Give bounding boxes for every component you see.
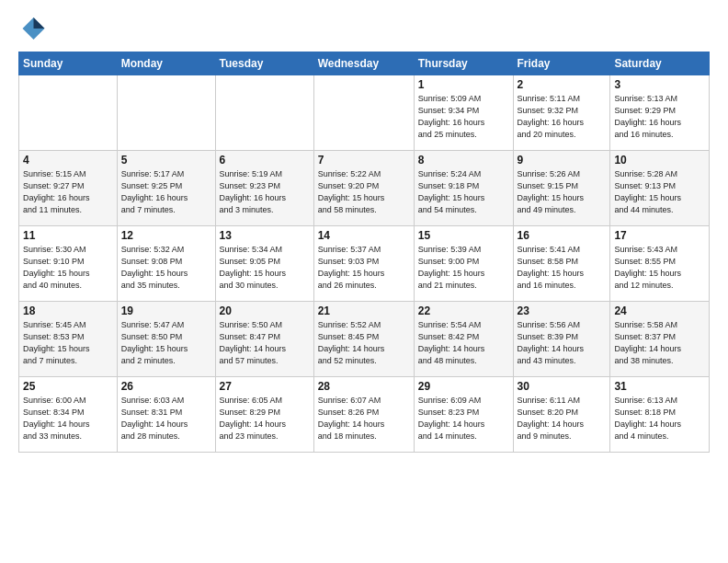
calendar-cell: 20Sunrise: 5:50 AM Sunset: 8:47 PM Dayli…: [215, 302, 313, 377]
day-number: 13: [220, 229, 310, 242]
calendar-cell: 7Sunrise: 5:22 AM Sunset: 9:20 PM Daylig…: [313, 151, 414, 226]
day-info: Sunrise: 5:50 AM Sunset: 8:47 PM Dayligh…: [220, 319, 310, 367]
day-number: 15: [418, 229, 509, 242]
calendar-cell: [19, 75, 118, 151]
day-number: 12: [121, 229, 211, 242]
calendar-cell: 17Sunrise: 5:43 AM Sunset: 8:55 PM Dayli…: [610, 226, 710, 302]
calendar-week-row: 18Sunrise: 5:45 AM Sunset: 8:53 PM Dayli…: [19, 302, 710, 377]
day-info: Sunrise: 5:52 AM Sunset: 8:45 PM Dayligh…: [318, 319, 410, 367]
day-number: 19: [121, 304, 211, 317]
calendar-header: SundayMondayTuesdayWednesdayThursdayFrid…: [19, 52, 710, 75]
day-number: 28: [318, 380, 410, 393]
calendar-cell: 8Sunrise: 5:24 AM Sunset: 9:18 PM Daylig…: [414, 151, 513, 226]
calendar-cell: 29Sunrise: 6:09 AM Sunset: 8:23 PM Dayli…: [414, 377, 513, 453]
day-number: 18: [23, 304, 113, 317]
day-number: 8: [418, 154, 509, 167]
day-number: 29: [418, 380, 509, 393]
day-info: Sunrise: 5:15 AM Sunset: 9:27 PM Dayligh…: [23, 168, 113, 216]
day-info: Sunrise: 5:34 AM Sunset: 9:05 PM Dayligh…: [220, 244, 310, 292]
calendar-cell: 2Sunrise: 5:11 AM Sunset: 9:32 PM Daylig…: [513, 75, 610, 151]
day-number: 11: [23, 229, 113, 242]
calendar-header-row: SundayMondayTuesdayWednesdayThursdayFrid…: [19, 52, 710, 75]
day-info: Sunrise: 5:26 AM Sunset: 9:15 PM Dayligh…: [518, 168, 607, 216]
logo-icon: [18, 15, 46, 42]
calendar-cell: 15Sunrise: 5:39 AM Sunset: 9:00 PM Dayli…: [414, 226, 513, 302]
calendar-cell: 11Sunrise: 5:30 AM Sunset: 9:10 PM Dayli…: [19, 226, 118, 302]
day-info: Sunrise: 5:22 AM Sunset: 9:20 PM Dayligh…: [318, 168, 410, 216]
day-number: 17: [614, 229, 705, 242]
calendar-cell: 30Sunrise: 6:11 AM Sunset: 8:20 PM Dayli…: [513, 377, 610, 453]
day-info: Sunrise: 5:32 AM Sunset: 9:08 PM Dayligh…: [121, 244, 211, 292]
day-number: 24: [614, 304, 705, 317]
calendar-cell: 22Sunrise: 5:54 AM Sunset: 8:42 PM Dayli…: [414, 302, 513, 377]
day-info: Sunrise: 6:00 AM Sunset: 8:34 PM Dayligh…: [23, 395, 113, 442]
calendar-body: 1Sunrise: 5:09 AM Sunset: 9:34 PM Daylig…: [19, 75, 710, 453]
day-info: Sunrise: 5:28 AM Sunset: 9:13 PM Dayligh…: [614, 168, 705, 216]
calendar-cell: 9Sunrise: 5:26 AM Sunset: 9:15 PM Daylig…: [513, 151, 610, 226]
day-info: Sunrise: 5:43 AM Sunset: 8:55 PM Dayligh…: [614, 244, 705, 292]
day-number: 2: [518, 78, 607, 91]
day-info: Sunrise: 5:45 AM Sunset: 8:53 PM Dayligh…: [23, 319, 113, 367]
calendar-cell: 21Sunrise: 5:52 AM Sunset: 8:45 PM Dayli…: [313, 302, 414, 377]
day-info: Sunrise: 6:07 AM Sunset: 8:26 PM Dayligh…: [318, 395, 410, 442]
calendar-table: SundayMondayTuesdayWednesdayThursdayFrid…: [18, 52, 710, 453]
day-info: Sunrise: 5:17 AM Sunset: 9:25 PM Dayligh…: [121, 168, 211, 216]
svg-marker-1: [34, 17, 45, 29]
day-info: Sunrise: 5:13 AM Sunset: 9:29 PM Dayligh…: [614, 93, 705, 141]
calendar-cell: 1Sunrise: 5:09 AM Sunset: 9:34 PM Daylig…: [414, 75, 513, 151]
day-info: Sunrise: 5:09 AM Sunset: 9:34 PM Dayligh…: [418, 93, 509, 141]
calendar-cell: 12Sunrise: 5:32 AM Sunset: 9:08 PM Dayli…: [117, 226, 215, 302]
calendar-cell: [313, 75, 414, 151]
day-number: 30: [518, 380, 607, 393]
day-number: 20: [220, 304, 310, 317]
day-info: Sunrise: 5:24 AM Sunset: 9:18 PM Dayligh…: [418, 168, 509, 216]
day-number: 7: [318, 154, 410, 167]
header: [18, 15, 710, 42]
day-number: 9: [518, 154, 607, 167]
day-info: Sunrise: 5:56 AM Sunset: 8:39 PM Dayligh…: [518, 319, 607, 367]
calendar-day-header: Monday: [117, 52, 215, 75]
day-info: Sunrise: 5:54 AM Sunset: 8:42 PM Dayligh…: [418, 319, 509, 367]
day-info: Sunrise: 5:47 AM Sunset: 8:50 PM Dayligh…: [121, 319, 211, 367]
day-info: Sunrise: 6:05 AM Sunset: 8:29 PM Dayligh…: [220, 395, 310, 442]
calendar-cell: 31Sunrise: 6:13 AM Sunset: 8:18 PM Dayli…: [610, 377, 710, 453]
calendar-cell: 3Sunrise: 5:13 AM Sunset: 9:29 PM Daylig…: [610, 75, 710, 151]
calendar-cell: 28Sunrise: 6:07 AM Sunset: 8:26 PM Dayli…: [313, 377, 414, 453]
day-number: 31: [614, 380, 705, 393]
day-number: 25: [23, 380, 113, 393]
calendar-week-row: 4Sunrise: 5:15 AM Sunset: 9:27 PM Daylig…: [19, 151, 710, 226]
calendar-cell: 25Sunrise: 6:00 AM Sunset: 8:34 PM Dayli…: [19, 377, 118, 453]
page: SundayMondayTuesdayWednesdayThursdayFrid…: [0, 0, 728, 563]
calendar-day-header: Thursday: [414, 52, 513, 75]
calendar-cell: 10Sunrise: 5:28 AM Sunset: 9:13 PM Dayli…: [610, 151, 710, 226]
day-info: Sunrise: 5:37 AM Sunset: 9:03 PM Dayligh…: [318, 244, 410, 292]
calendar-cell: [117, 75, 215, 151]
calendar-cell: [215, 75, 313, 151]
day-info: Sunrise: 6:13 AM Sunset: 8:18 PM Dayligh…: [614, 395, 705, 442]
day-info: Sunrise: 5:39 AM Sunset: 9:00 PM Dayligh…: [418, 244, 509, 292]
day-number: 5: [121, 154, 211, 167]
calendar-cell: 23Sunrise: 5:56 AM Sunset: 8:39 PM Dayli…: [513, 302, 610, 377]
calendar-cell: 16Sunrise: 5:41 AM Sunset: 8:58 PM Dayli…: [513, 226, 610, 302]
calendar-cell: 26Sunrise: 6:03 AM Sunset: 8:31 PM Dayli…: [117, 377, 215, 453]
day-number: 26: [121, 380, 211, 393]
calendar-week-row: 25Sunrise: 6:00 AM Sunset: 8:34 PM Dayli…: [19, 377, 710, 453]
day-number: 14: [318, 229, 410, 242]
day-number: 10: [614, 154, 705, 167]
day-number: 16: [518, 229, 607, 242]
calendar-week-row: 1Sunrise: 5:09 AM Sunset: 9:34 PM Daylig…: [19, 75, 710, 151]
day-number: 1: [418, 78, 509, 91]
logo: [18, 15, 50, 42]
day-number: 6: [220, 154, 310, 167]
day-info: Sunrise: 6:11 AM Sunset: 8:20 PM Dayligh…: [518, 395, 607, 442]
calendar-day-header: Wednesday: [313, 52, 414, 75]
calendar-day-header: Friday: [513, 52, 610, 75]
day-info: Sunrise: 5:19 AM Sunset: 9:23 PM Dayligh…: [220, 168, 310, 216]
day-info: Sunrise: 5:11 AM Sunset: 9:32 PM Dayligh…: [518, 93, 607, 141]
calendar-week-row: 11Sunrise: 5:30 AM Sunset: 9:10 PM Dayli…: [19, 226, 710, 302]
day-number: 23: [518, 304, 607, 317]
day-number: 27: [220, 380, 310, 393]
calendar-cell: 13Sunrise: 5:34 AM Sunset: 9:05 PM Dayli…: [215, 226, 313, 302]
calendar-day-header: Sunday: [19, 52, 118, 75]
calendar-cell: 6Sunrise: 5:19 AM Sunset: 9:23 PM Daylig…: [215, 151, 313, 226]
